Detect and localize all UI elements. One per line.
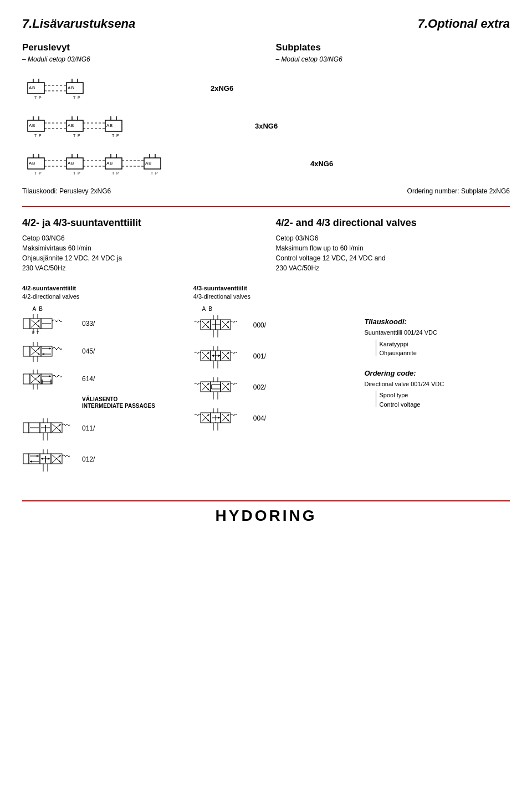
valve-code-001: 001/ (253, 352, 275, 360)
left-section-title: 7.Lisävarustuksena (22, 17, 135, 31)
tilauskoodi-left: Tilauskoodi: Peruslevy 2xNG6 (22, 187, 111, 195)
control-voltage-label: Control voltage (380, 400, 421, 409)
valve-row-012: 012/ (22, 447, 182, 472)
ab-label-43: A B (198, 306, 354, 312)
valve-code-033: 033/ (82, 320, 104, 327)
svg-text:B: B (110, 161, 112, 166)
valve-code-012: 012/ (82, 455, 104, 463)
svg-marker-215 (218, 417, 220, 419)
col-43-valves: 4/3-suuntaventtiilit4/3-directional valv… (193, 284, 354, 478)
valve-row-000: 000/ (193, 313, 354, 337)
tilauskoodi-right: Ordering number: Subplate 2xNG6 (407, 187, 510, 195)
karatyyppi-row: Karatyyppi Ohjausjännite (365, 340, 510, 358)
svg-text:P: P (78, 96, 80, 100)
valve-row-002: 002/ (193, 375, 354, 399)
valve-code-011: 011/ (82, 424, 104, 432)
svg-text:T: T (112, 134, 115, 137)
ordering-tilauskoodi: Tilauskoodi: Suuntaventtiili 001/24 VDC … (365, 317, 510, 358)
svg-text:P: P (32, 331, 35, 334)
svg-marker-141 (48, 458, 50, 460)
ohjausjannite-label: Ohjausjännite (380, 349, 417, 358)
diagram-4xng6: A B T P A B T P A B T P (22, 150, 299, 177)
valve-diagrams: 4/2-suuntaventtiilit4/2-directional valv… (22, 284, 510, 478)
svg-text:T: T (73, 134, 76, 137)
svg-marker-177 (212, 355, 214, 357)
plates-left: Peruslevyt – Moduli cetop 03/NG6 (22, 42, 256, 69)
plates-left-sub: – Moduli cetop 03/NG6 (22, 55, 256, 63)
bracket-right (376, 391, 376, 407)
diagram-3xng6: A B T P A B T P A B T P (22, 112, 244, 140)
valves-left: 4/2- ja 4/3-suuntaventtiilit Cetop 03/NG… (22, 217, 256, 273)
valve-sym-001 (193, 344, 249, 368)
valve-sym-011 (22, 416, 78, 440)
svg-text:P: P (155, 171, 158, 175)
svg-text:P: P (39, 171, 42, 175)
svg-text:B: B (71, 85, 74, 90)
svg-text:T: T (34, 96, 37, 100)
karatyyppi-label: Karatyyppi (380, 340, 417, 349)
svg-text:T: T (112, 171, 115, 175)
spool-type-label: Spool type (380, 391, 421, 400)
plates-left-heading: Peruslevyt (22, 42, 256, 53)
valve-row-011: 011/ (22, 416, 182, 440)
section-headers: 7.Lisävarustuksena 7.Optional extra (22, 17, 510, 31)
plates-right-heading: Subplates (276, 42, 510, 53)
valve-row-045: 045/ (22, 341, 182, 362)
right-section-title: 7.Optional extra (418, 17, 510, 31)
ordering-code-section: Ordering code: Directional valve 001/24 … (365, 369, 510, 409)
svg-text:B: B (32, 161, 35, 166)
valve-sym-045 (22, 341, 78, 362)
order-col: Tilauskoodi: Suuntaventtiili 001/24 VDC … (365, 284, 510, 478)
svg-text:P: P (39, 96, 42, 100)
valve-code-045: 045/ (82, 347, 104, 355)
col-42-valves: 4/2-suuntaventtiilit4/2-directional valv… (22, 284, 182, 478)
valiasento-label: VÄLIASENTOINTERMEDIATE PASSAGES (82, 396, 155, 409)
ordering-code-line1: Directional valve 001/24 VDC (365, 380, 510, 389)
valve-row-001: 001/ (193, 344, 354, 368)
brand-name: HYDORING (22, 507, 510, 525)
svg-marker-142 (41, 458, 43, 460)
svg-text:B: B (149, 161, 151, 166)
ab-label-42: A B (27, 306, 182, 312)
diagram-2xng6: A B T P A B T P (22, 74, 200, 102)
schematic-row-3xng6: A B T P A B T P A B T P 3xNG6 (22, 112, 510, 140)
schematic-row-4xng6: A B T P A B T P A B T P (22, 150, 510, 177)
valve-code-614: 614/ (82, 375, 104, 383)
svg-rect-89 (23, 346, 30, 356)
svg-rect-91 (41, 346, 52, 356)
ng6-label-2x: 2xNG6 (211, 84, 233, 93)
svg-marker-97 (49, 347, 51, 350)
svg-marker-112 (49, 375, 51, 377)
svg-text:T: T (34, 134, 37, 137)
valve-sym-002 (193, 375, 249, 399)
valve-sym-614 (22, 368, 78, 390)
valves-left-heading: 4/2- ja 4/3-suuntaventtiilit (22, 217, 256, 229)
plates-right: Subplates – Modul cetop 03/NG6 (276, 42, 510, 69)
valve-row-033: P T 033/ (22, 313, 182, 334)
ordering-tilauskoodi-line1: Suuntaventtiili 001/24 VDC (365, 328, 510, 337)
valve-sym-004 (193, 406, 249, 431)
svg-text:P: P (39, 134, 42, 137)
valve-sym-000 (193, 313, 249, 337)
svg-marker-99 (42, 353, 44, 355)
svg-text:B: B (32, 123, 35, 128)
section-divider (22, 206, 510, 207)
svg-rect-104 (23, 374, 30, 384)
spool-row: Spool type Control voltage (365, 391, 510, 409)
valve-row-004: 004/ (193, 406, 354, 431)
valve-code-002: 002/ (253, 383, 275, 391)
svg-text:T: T (37, 331, 39, 334)
svg-text:P: P (116, 134, 119, 137)
valves-section: 4/2- ja 4/3-suuntaventtiilit Cetop 03/NG… (22, 217, 510, 273)
svg-text:B: B (71, 161, 74, 166)
valve-code-004: 004/ (253, 414, 275, 422)
ng6-label-3x: 3xNG6 (255, 122, 278, 130)
svg-marker-146 (30, 460, 32, 463)
valves-right-detail: Cetop 03/NG6 Maksimum flow up to 60 l/mi… (276, 233, 510, 273)
valves-right-heading: 4/2- and 4/3 directional valves (276, 217, 510, 229)
svg-text:T: T (73, 96, 76, 100)
ordering-code-title: Ordering code: (365, 369, 510, 377)
svg-rect-135 (23, 454, 29, 464)
svg-text:P: P (78, 134, 80, 137)
ng6-label-4x: 4xNG6 (310, 160, 333, 168)
